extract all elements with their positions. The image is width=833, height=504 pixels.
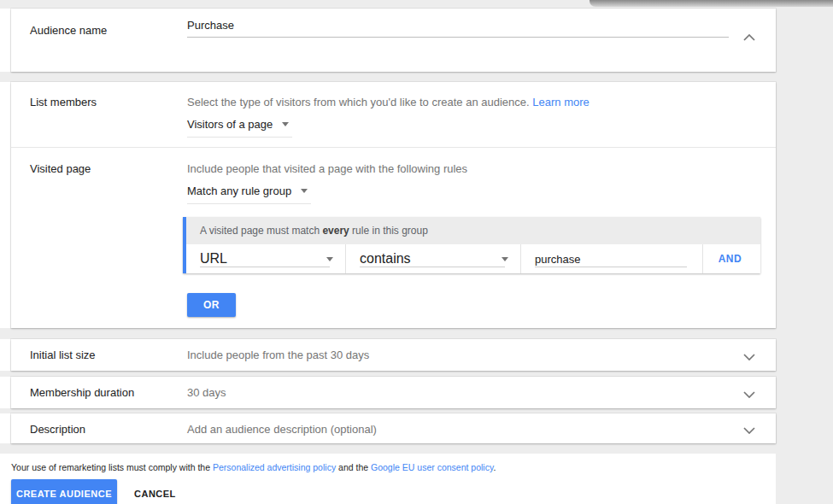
dropdown-arrow-icon (502, 257, 508, 261)
add-or-rule-group-button[interactable]: OR (187, 293, 236, 317)
compliance-disclaimer: Your use of remarketing lists must compl… (11, 462, 496, 472)
chevron-up-icon (743, 31, 755, 44)
create-audience-button[interactable]: CREATE AUDIENCE (11, 479, 117, 504)
description-row[interactable]: Description Add an audience description … (11, 413, 776, 443)
expand-section-button[interactable] (742, 350, 757, 362)
audience-name-input[interactable] (187, 19, 729, 38)
rule-operator-dropdown[interactable]: contains (346, 244, 521, 273)
initial-list-size-row[interactable]: Initial list size Include people from th… (11, 339, 776, 371)
learn-more-link[interactable]: Learn more (532, 96, 589, 108)
dropdown-arrow-icon (282, 122, 289, 126)
membership-duration-row[interactable]: Membership duration 30 days (11, 377, 776, 408)
add-and-rule-button[interactable]: AND (719, 253, 748, 265)
expand-section-button[interactable] (742, 388, 757, 400)
description-value: Add an audience description (optional) (187, 423, 377, 436)
match-mode-dropdown[interactable]: Match any rule group (187, 185, 311, 204)
chevron-down-icon (743, 350, 755, 363)
value-underline (535, 267, 687, 267)
visitor-type-dropdown[interactable]: Visitors of a page (187, 118, 292, 138)
membership-duration-value: 30 days (187, 386, 226, 399)
and-cell: AND (702, 244, 760, 273)
rule-group: A visited page must match every rule in … (183, 217, 760, 273)
chevron-down-icon (743, 388, 755, 401)
list-members-description: Select the type of visitors from which y… (187, 96, 590, 108)
description-label: Description (30, 423, 85, 436)
audience-name-label: Audience name (30, 24, 107, 37)
rule-value-cell (521, 244, 702, 273)
rule-row: URL contains AND (186, 244, 760, 273)
dropdown-arrow-icon (301, 189, 308, 193)
rule-field-dropdown[interactable]: URL (186, 244, 346, 273)
rule-group-header: A visited page must match every rule in … (186, 217, 760, 244)
dropdown-arrow-icon (326, 257, 333, 261)
collapse-section-button[interactable] (742, 31, 757, 43)
expand-section-button[interactable] (742, 424, 757, 436)
background-band (0, 72, 833, 82)
background-band (0, 443, 833, 454)
initial-list-size-value: Include people from the past 30 days (187, 349, 369, 361)
list-definition-section: List members Select the type of visitors… (11, 82, 776, 328)
field-underline (200, 267, 330, 267)
list-members-label: List members (30, 96, 97, 108)
operator-underline (360, 267, 505, 267)
rule-value-input[interactable] (535, 253, 683, 266)
chevron-down-icon (743, 424, 755, 437)
audience-name-section: Audience name (11, 9, 776, 72)
section-divider (11, 147, 776, 148)
visited-page-description: Include people that visited a page with … (187, 162, 467, 175)
eu-consent-policy-link[interactable]: Google EU user consent policy (371, 462, 493, 472)
personalized-advertising-policy-link[interactable]: Personalized advertising policy (213, 462, 336, 472)
background-band (0, 328, 833, 339)
membership-duration-label: Membership duration (30, 386, 134, 399)
visited-page-label: Visited page (30, 162, 91, 175)
page-background-gutter (776, 0, 833, 504)
initial-list-size-label: Initial list size (30, 349, 96, 361)
background-band (0, 371, 833, 377)
cancel-button[interactable]: CANCEL (122, 479, 188, 504)
top-overlay-bar (590, 0, 833, 7)
